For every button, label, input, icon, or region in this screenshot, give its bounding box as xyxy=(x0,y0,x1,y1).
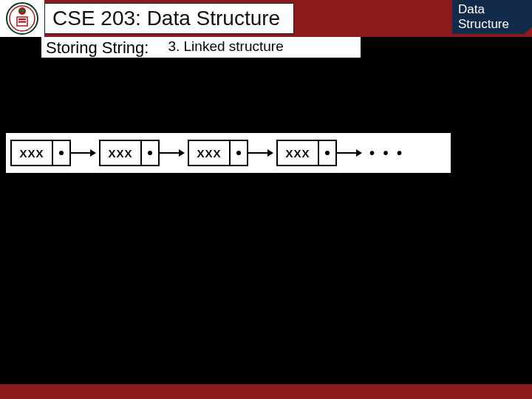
svg-marker-9 xyxy=(179,149,185,157)
list-node: XXX xyxy=(276,140,337,166)
svg-rect-4 xyxy=(18,21,26,23)
node-data: XXX xyxy=(100,141,142,165)
node-data: XXX xyxy=(12,141,53,165)
linked-list-diagram: XXX XXX XXX XXX • • • xyxy=(6,133,451,173)
list-node: XXX xyxy=(10,140,71,166)
svg-marker-13 xyxy=(356,149,362,157)
university-logo xyxy=(0,0,44,37)
header-bar: CSE 203: Data Structure Data Structure xyxy=(0,0,532,37)
arrow-icon xyxy=(248,140,273,166)
node-pointer xyxy=(142,141,158,165)
list-node: XXX xyxy=(188,140,248,166)
arrow-icon xyxy=(71,140,96,166)
svg-marker-7 xyxy=(90,149,96,157)
badge-line1: Data xyxy=(458,2,528,17)
svg-rect-3 xyxy=(18,18,26,20)
list-node: XXX xyxy=(99,140,160,166)
logo-icon xyxy=(6,2,38,35)
node-data: XXX xyxy=(278,141,319,165)
ellipsis: • • • xyxy=(369,145,404,162)
node-pointer xyxy=(231,141,247,165)
arrow-icon xyxy=(337,140,362,166)
section-label: Storing String: xyxy=(46,38,149,58)
section-item: 3. Linked structure xyxy=(168,38,283,55)
footer-bar xyxy=(0,384,532,399)
course-title: CSE 203: Data Structure xyxy=(52,7,280,30)
topic-badge: Data Structure xyxy=(452,0,532,34)
title-box: CSE 203: Data Structure xyxy=(44,3,294,34)
node-data: XXX xyxy=(189,141,231,165)
node-pointer xyxy=(319,141,335,165)
node-pointer xyxy=(53,141,69,165)
arrow-icon xyxy=(160,140,185,166)
badge-line2: Structure xyxy=(458,17,528,32)
subheading-row: Storing String: 3. Linked structure xyxy=(41,37,361,58)
svg-marker-11 xyxy=(267,149,273,157)
